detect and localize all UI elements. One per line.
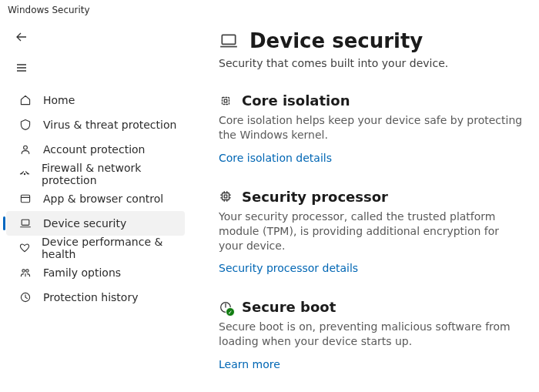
svg-rect-9 bbox=[224, 99, 227, 102]
sidebar-item-label: Device security bbox=[43, 217, 126, 230]
back-button[interactable] bbox=[9, 25, 34, 49]
chip-dashed-icon bbox=[219, 94, 233, 108]
history-icon bbox=[18, 291, 32, 303]
laptop-icon bbox=[219, 31, 239, 51]
sidebar-item-label: Family options bbox=[43, 266, 121, 279]
svg-rect-3 bbox=[22, 219, 29, 225]
page-subtitle: Security that comes built into your devi… bbox=[219, 57, 525, 69]
section-link[interactable]: Core isolation details bbox=[219, 152, 332, 164]
sidebar-item-label: Home bbox=[43, 94, 75, 106]
svg-point-1 bbox=[24, 173, 25, 175]
sidebar-item-label: App & browser control bbox=[43, 193, 163, 205]
sidebar-item-virus-threat-protection[interactable]: Virus & threat protection bbox=[6, 112, 185, 137]
power-icon bbox=[219, 300, 233, 314]
sidebar-item-device-security[interactable]: Device security bbox=[6, 211, 185, 236]
sidebar-item-account-protection[interactable]: Account protection bbox=[6, 137, 185, 162]
family-icon bbox=[18, 266, 32, 279]
sidebar-item-home[interactable]: Home bbox=[6, 88, 185, 112]
section-title: Secure boot bbox=[242, 299, 336, 315]
sidebar-item-device-performance-health[interactable]: Device performance & health bbox=[6, 236, 185, 260]
home-icon bbox=[18, 94, 32, 106]
svg-rect-10 bbox=[223, 193, 229, 200]
window-title: Windows Security bbox=[0, 0, 539, 17]
shield-icon bbox=[18, 119, 32, 131]
svg-rect-2 bbox=[21, 195, 29, 203]
signal-icon bbox=[18, 168, 31, 180]
sidebar-item-label: Protection history bbox=[43, 291, 138, 303]
sidebar-item-label: Virus & threat protection bbox=[43, 119, 176, 131]
svg-point-0 bbox=[24, 146, 28, 149]
arrow-left-icon bbox=[15, 31, 28, 43]
sidebar: HomeVirus & threat protectionAccount pro… bbox=[0, 17, 191, 392]
hamburger-button[interactable] bbox=[9, 55, 34, 80]
section-title: Core isolation bbox=[242, 92, 350, 109]
svg-rect-7 bbox=[222, 35, 235, 44]
laptop-icon bbox=[18, 217, 32, 230]
section-core-isolation: Core isolationCore isolation helps keep … bbox=[219, 92, 525, 164]
section-description: Core isolation helps keep your device sa… bbox=[219, 113, 525, 142]
section-link[interactable]: Security processor details bbox=[219, 262, 358, 274]
svg-point-5 bbox=[26, 270, 29, 273]
page-title: Device security bbox=[249, 29, 423, 52]
svg-point-4 bbox=[22, 270, 25, 273]
sidebar-item-firewall-network-protection[interactable]: Firewall & network protection bbox=[6, 162, 185, 186]
account-icon bbox=[18, 143, 32, 156]
section-description: Secure boot is on, preventing malicious … bbox=[219, 320, 525, 349]
svg-rect-8 bbox=[223, 97, 229, 104]
appbrowser-icon bbox=[18, 193, 32, 205]
sidebar-item-family-options[interactable]: Family options bbox=[6, 260, 185, 285]
hamburger-icon bbox=[15, 62, 28, 74]
sidebar-item-label: Device performance & health bbox=[42, 236, 177, 260]
chip-icon bbox=[219, 189, 233, 203]
sidebar-item-label: Firewall & network protection bbox=[42, 162, 177, 186]
section-link[interactable]: Learn more bbox=[219, 358, 280, 370]
svg-rect-11 bbox=[224, 195, 227, 198]
section-secure-boot: Secure bootSecure boot is on, preventing… bbox=[219, 299, 525, 370]
sidebar-item-app-browser-control[interactable]: App & browser control bbox=[6, 186, 185, 211]
section-title: Security processor bbox=[242, 189, 388, 205]
section-security-processor: Security processorYour security processo… bbox=[219, 189, 525, 275]
sidebar-item-label: Account protection bbox=[43, 143, 146, 156]
heart-icon bbox=[18, 242, 31, 254]
content-area: Device security Security that comes buil… bbox=[191, 17, 539, 392]
sidebar-item-protection-history[interactable]: Protection history bbox=[6, 285, 185, 310]
sidebar-nav: HomeVirus & threat protectionAccount pro… bbox=[0, 85, 191, 310]
section-description: Your security processor, called the trus… bbox=[219, 209, 525, 253]
